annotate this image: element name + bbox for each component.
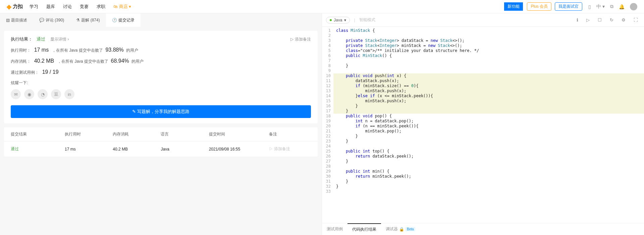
td-runtime: 17 ms (65, 147, 113, 152)
th-memory: 内存消耗 (113, 131, 161, 137)
top-nav: ◆ 力扣 学习 题库 讨论 竞赛 求职 🛍 商店 ▾ 新功能 Plus 会员 我… (0, 0, 644, 13)
td-note-button[interactable]: ▷ 添加备注 (269, 146, 311, 152)
left-panel: ▤题目描述 💬评论 (390) ⚗题解 (874) 🕑提交记录 执行结果： 通过… (0, 13, 322, 235)
bottom-tabs: 测试用例 代码执行结果 调试器 🔒 Beta (322, 223, 644, 235)
share-qq-icon[interactable]: ◔ (38, 89, 48, 99)
status-dot-icon (330, 19, 332, 21)
share-wechat-icon[interactable]: ✉ (11, 89, 21, 99)
nav-shop[interactable]: 🛍 商店 ▾ (113, 4, 131, 10)
flag-icon: ▷ (290, 37, 293, 42)
share-linkedin-icon[interactable]: in (64, 89, 74, 99)
smart-mode-toggle[interactable]: 智能模式 (359, 17, 375, 23)
runtime-stat: 执行用时： 17 ms ，在所有 Java 提交中击败了 93.88% 的用户 (11, 47, 311, 53)
td-time: 2021/09/08 16:55 (209, 147, 269, 152)
tab-solutions[interactable]: ⚗题解 (874) (70, 13, 106, 27)
btab-testcase[interactable]: 测试用例 (322, 223, 347, 235)
btab-debugger[interactable]: 调试器 🔒 Beta (381, 223, 420, 235)
btab-result[interactable]: 代码执行结果 (347, 223, 381, 235)
info-icon[interactable]: ℹ (577, 17, 578, 22)
table-row[interactable]: 通过 17 ms 40.2 MB Java 2021/09/08 16:55 ▷… (4, 141, 318, 157)
th-runtime: 执行用时 (65, 131, 113, 137)
flask-icon: ⚗ (76, 18, 80, 22)
add-note-button[interactable]: ▷添加备注 (290, 37, 311, 42)
th-time: 提交时间 (209, 131, 269, 137)
th-lang: 语言 (161, 131, 209, 137)
write-solution-button[interactable]: ✎ 写题解，分享我的解题思路 (11, 105, 311, 118)
nav-jobs[interactable]: 求职 (97, 4, 105, 10)
bookmark-icon[interactable]: ☐ (598, 17, 602, 22)
right-panel: Java ▾ | 智能模式 ℹ ▷ ☐ ↻ ⚙ ⛶ 12345678910111… (322, 13, 644, 235)
playground-icon[interactable]: ⧉ (610, 4, 613, 9)
logo-icon: ◆ (7, 3, 11, 10)
reset-icon[interactable]: ↻ (610, 17, 613, 22)
lock-icon: 🔒 (399, 227, 404, 232)
doc-icon: ▤ (6, 18, 10, 22)
td-memory: 40.2 MB (113, 147, 161, 152)
chevron-down-icon: ▾ (344, 18, 346, 22)
show-details-link[interactable]: 显示详情 › (50, 37, 69, 42)
interview-button[interactable]: 我是面试官 (555, 2, 582, 11)
table-header: 提交结果 执行用时 内存消耗 语言 提交时间 备注 (4, 127, 318, 141)
language-selector[interactable]: Java ▾ (326, 17, 350, 23)
flag-icon: ▷ (269, 146, 274, 151)
result-status: 通过 (37, 37, 45, 42)
code-content[interactable]: class MinStack { private Stack<Integer> … (333, 27, 644, 223)
share-douban-icon[interactable]: 豆 (51, 89, 61, 99)
fullscreen-icon[interactable]: ⛶ (634, 17, 638, 22)
divider: | (354, 17, 355, 22)
share-icons: ✉ ◉ ◔ 豆 in (11, 89, 311, 99)
avatar[interactable] (630, 3, 637, 10)
nav-discuss[interactable]: 讨论 (63, 4, 72, 10)
new-feature-badge[interactable]: 新功能 (504, 2, 523, 11)
main-split: ▤题目描述 💬评论 (390) ⚗题解 (874) 🕑提交记录 执行结果： 通过… (0, 13, 644, 235)
comment-icon: 💬 (39, 18, 44, 22)
memory-stat: 内存消耗： 40.2 MB ，在所有 Java 提交中击败了 68.94% 的用… (11, 58, 311, 64)
td-lang: Java (161, 147, 209, 152)
tab-description[interactable]: ▤题目描述 (0, 13, 33, 27)
mobile-icon[interactable]: ▯ (588, 4, 591, 9)
notification-icon[interactable]: 🔔 (619, 4, 625, 9)
boast-label: 炫耀一下: (11, 80, 311, 86)
left-tabs: ▤题目描述 💬评论 (390) ⚗题解 (874) 🕑提交记录 (0, 13, 322, 27)
result-label: 执行结果： (11, 37, 33, 42)
share-weibo-icon[interactable]: ◉ (24, 89, 34, 99)
lang-switcher[interactable]: 中 ▾ (596, 4, 605, 10)
th-result: 提交结果 (11, 131, 65, 137)
settings-icon[interactable]: ⚙ (622, 17, 626, 22)
nav-problems[interactable]: 题库 (46, 4, 55, 10)
logo[interactable]: ◆ 力扣 (7, 3, 23, 10)
tab-submissions[interactable]: 🕑提交记录 (106, 13, 141, 27)
td-result: 通过 (11, 146, 65, 152)
plus-button[interactable]: Plus 会员 (527, 2, 551, 11)
beta-badge: Beta (406, 227, 415, 231)
line-numbers: 1234567891011121314151617181920212223242… (322, 27, 333, 223)
clock-icon: 🕑 (112, 18, 117, 22)
testcase-stat: 通过测试用例： 19 / 19 (11, 69, 311, 75)
submissions-table: 提交结果 执行用时 内存消耗 语言 提交时间 备注 通过 17 ms 40.2 … (4, 127, 318, 157)
code-editor[interactable]: 1234567891011121314151617181920212223242… (322, 27, 644, 223)
nav-learn[interactable]: 学习 (30, 4, 38, 10)
th-note: 备注 (269, 131, 311, 137)
tab-comments[interactable]: 💬评论 (390) (33, 13, 70, 27)
brand-text: 力扣 (13, 3, 23, 10)
editor-toolbar: Java ▾ | 智能模式 ℹ ▷ ☐ ↻ ⚙ ⛶ (322, 13, 644, 27)
run-icon[interactable]: ▷ (586, 17, 590, 22)
nav-contest[interactable]: 竞赛 (80, 4, 89, 10)
result-card: 执行结果： 通过 显示详情 › ▷添加备注 执行用时： 17 ms ，在所有 J… (4, 31, 318, 123)
